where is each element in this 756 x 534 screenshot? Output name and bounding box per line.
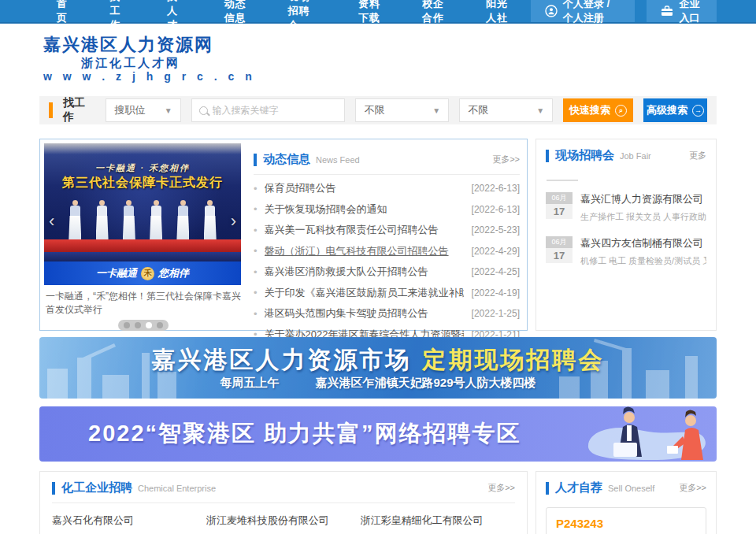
site-title: 嘉兴港区人力资源网 (43, 34, 256, 56)
banner1-title-white: 嘉兴港区人力资源市场 (152, 347, 412, 373)
news-item[interactable]: •港区码头范围内集卡驾驶员招聘公告[2022-1-25] (254, 303, 520, 324)
blue-accent-bar (546, 482, 549, 495)
personal-login-button[interactable]: 个人登录 / 个人注册 (531, 0, 636, 22)
nav-item-school-cooperation[interactable]: 校企合作 (403, 0, 467, 22)
job-fair-banner[interactable]: 嘉兴港区人力资源市场定期现场招聘会 每周五上午嘉兴港区乍浦镇天妃路929号人防大… (39, 337, 717, 399)
carousel-dot[interactable] (135, 322, 141, 328)
news-header: 动态信息 News Feed 更多>> (254, 143, 520, 175)
search-category-dropdown[interactable]: 搜职位 ▼ (106, 98, 180, 122)
search-section-label: 找工作 (63, 96, 96, 124)
date-badge: 06月 17 (546, 192, 573, 223)
job-fair-positions: 机修工 电工 质量检验员/测试员 叉车... (580, 255, 706, 267)
enterprise-entry-label: 企业入口 (679, 0, 702, 25)
nav-item-downloads[interactable]: 资料下载 (339, 0, 403, 22)
filter-dropdown-1[interactable]: 不限 ▼ (355, 98, 449, 122)
job-fair-panel: 现场招聘会 Job Fair 更多 06月 17 嘉兴汇博人力资源有限公司 生产… (536, 139, 717, 331)
date-badge: 06月 17 (546, 236, 573, 267)
site-header: 嘉兴港区人力资源网 浙江化工人才网 w w w . z j h g r c . … (0, 24, 756, 95)
bullet-icon: • (254, 266, 258, 278)
divider (547, 180, 578, 181)
search-icon (199, 106, 208, 115)
news-item[interactable]: •保育员招聘公告[2022-6-13] (254, 178, 520, 199)
carousel-dots (44, 320, 243, 331)
company-item[interactable]: 嘉兴石化有限公司 工艺员 设备管理 门卫（残疾工） (52, 514, 206, 534)
site-logo[interactable]: 嘉兴港区人力资源网 浙江化工人才网 w w w . z j h g r c . … (43, 34, 256, 84)
people-illustration (573, 406, 710, 462)
slide-banner-right: 您相伴 (158, 266, 189, 280)
bottom-row: 化工企业招聘 Chemical Enterprise 更多>> 嘉兴石化有限公司… (39, 471, 717, 534)
filter-dropdown-2[interactable]: 不限 ▼ (459, 98, 553, 122)
job-fair-subtitle: Job Fair (620, 151, 651, 161)
talent-more-link[interactable]: 更多>> (679, 482, 706, 494)
advanced-search-label: 高级搜索 (647, 103, 687, 117)
blue-accent-bar (546, 150, 549, 162)
person-icon (545, 5, 558, 17)
news-item[interactable]: •嘉兴美一瓦科技有限责任公司招聘公告[2022-5-23] (254, 220, 520, 241)
job-fair-title: 现场招聘会 (555, 148, 614, 163)
company-item[interactable]: 浙江麦堆科技股份有限公司 销售专员 会计 土建主管 (206, 514, 361, 534)
nav-item-sunshine-hr[interactable]: 阳光人社 (467, 0, 531, 22)
advanced-search-button[interactable]: 高级搜索 → (643, 98, 707, 122)
company-list: 嘉兴石化有限公司 工艺员 设备管理 门卫（残疾工） 浙江麦堆科技股份有限公司 销… (52, 514, 515, 534)
job-fair-item[interactable]: 06月 17 嘉兴汇博人力资源有限公司 生产操作工 报关文员 人事行政助理... (546, 192, 706, 223)
blue-accent-bar (254, 154, 257, 166)
job-fair-item[interactable]: 06月 17 嘉兴四方友信制桶有限公司 机修工 电工 质量检验员/测试员 叉车.… (546, 236, 706, 267)
chemical-subtitle: Chemical Enterprise (138, 484, 216, 493)
nav-item-find-job[interactable]: 找工作 (91, 0, 148, 22)
slide-stage-floor (44, 239, 241, 252)
chemical-title: 化工企业招聘 (61, 480, 132, 495)
chemical-header: 化工企业招聘 Chemical Enterprise 更多>> (52, 472, 515, 503)
quick-search-button[interactable]: 快速搜索 ⌕ (563, 98, 633, 122)
nav-item-home[interactable]: 首 页 (38, 0, 91, 22)
nav-item-news[interactable]: 动态信息 (206, 0, 269, 22)
chemical-enterprise-panel: 化工企业招聘 Chemical Enterprise 更多>> 嘉兴石化有限公司… (39, 471, 528, 534)
nav-item-job-fair[interactable]: 现场招聘会 (269, 0, 339, 22)
news-item[interactable]: •磐动（浙江）电气科技有限公司招聘公告[2022-4-29] (254, 241, 520, 262)
chevron-down-icon: ▼ (536, 106, 544, 115)
online-recruitment-banner[interactable]: 2022“智聚港区 助力共富”网络招聘专区 (39, 406, 717, 462)
news-item[interactable]: •关于恢复现场招聘会的通知[2022-6-13] (254, 199, 520, 221)
news-item[interactable]: •嘉兴港区消防救援大队公开招聘公告[2022-4-25] (254, 261, 520, 283)
job-fair-more-link[interactable]: 更多 (689, 150, 706, 161)
bullet-icon: • (254, 224, 258, 236)
coin-icon: 禾 (141, 267, 154, 280)
banner1-time: 每周五上午 (220, 376, 279, 389)
keyword-search-input[interactable] (213, 105, 338, 116)
company-name: 浙江彩皇精细化工有限公司 (361, 514, 515, 528)
carousel-next-icon[interactable]: › (231, 211, 236, 232)
talent-header: 人才自荐 Sell Oneself 更多>> (546, 472, 706, 502)
carousel-dot[interactable] (157, 322, 163, 328)
job-fair-company: 嘉兴汇博人力资源有限公司 (580, 192, 706, 206)
carousel-dot[interactable] (124, 322, 130, 328)
filter-1-value: 不限 (364, 103, 384, 117)
chemical-more-link[interactable]: 更多>> (487, 482, 515, 494)
company-item[interactable]: 浙江彩皇精细化工有限公司 普工（制造科） 营业担当 (361, 514, 515, 534)
banner1-title-yellow: 定期现场招聘会 (423, 347, 605, 373)
slide-banner-left: 一卡融通 (96, 266, 137, 280)
carousel-prev-icon[interactable]: ‹ (49, 211, 54, 232)
keyword-search-field (191, 98, 346, 122)
bullet-icon: • (254, 183, 258, 195)
carousel-dot-active[interactable] (146, 322, 152, 328)
news-subtitle: News Feed (316, 155, 360, 165)
talent-subtitle: Sell Oneself (608, 484, 654, 493)
news-item[interactable]: •关于印发《嘉兴港区鼓励新员工来港就业补助操作...[2022-4-19] (254, 283, 520, 304)
company-name: 嘉兴石化有限公司 (52, 514, 206, 528)
nav-item-find-talent[interactable]: 找人才 (148, 0, 206, 22)
orange-accent-bar (49, 102, 53, 118)
filter-2-value: 不限 (468, 103, 488, 117)
enterprise-entry-button[interactable]: 企业入口 (647, 0, 717, 22)
quick-search-icon: ⌕ (615, 105, 627, 117)
briefcase-icon (661, 6, 673, 17)
search-bar: 找工作 搜职位 ▼ 不限 ▼ 不限 ▼ 快速搜索 ⌕ 高级搜索 → (39, 96, 717, 124)
bullet-icon: • (254, 245, 258, 257)
arrow-right-icon: → (692, 105, 704, 117)
resume-card[interactable]: P243243 男 ｜ 嘉兴市-嘉兴港区 ｜ 八年以上 (546, 507, 706, 534)
carousel-slide[interactable]: 一卡融通 · 禾您相伴 第三代社会保障卡正式发行 一卡融通 禾 您相伴 (44, 143, 241, 285)
talent-panel: 人才自荐 Sell Oneself 更多>> P243243 男 ｜ 嘉兴市-嘉… (536, 471, 717, 534)
bullet-icon: • (254, 308, 258, 320)
banner1-subtitle: 每周五上午嘉兴港区乍浦镇天妃路929号人防大楼四楼 (39, 376, 717, 391)
news-more-link[interactable]: 更多>> (492, 154, 520, 165)
carousel-caption[interactable]: 一卡融通，“禾”您相伴！第三代社会保障卡嘉兴首发仪式举行 (46, 290, 241, 317)
slide-figures (44, 200, 241, 239)
